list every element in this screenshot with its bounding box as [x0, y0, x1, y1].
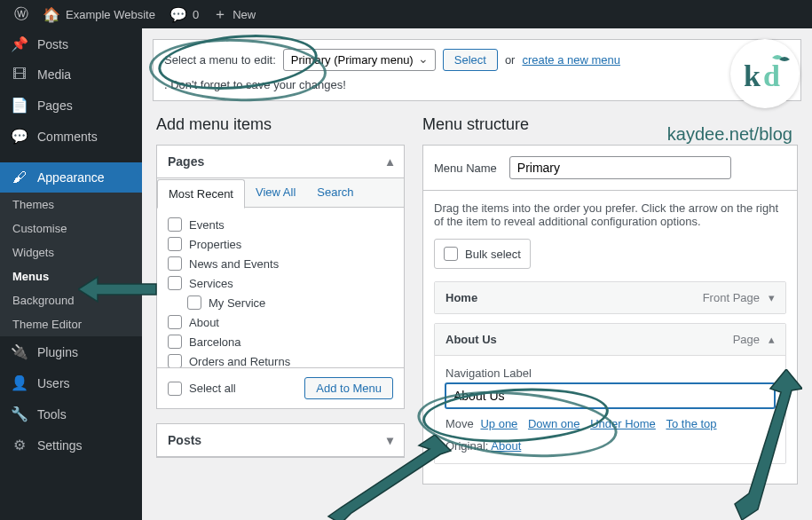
- page-label: Events: [189, 218, 225, 232]
- menu-item-title: About Us: [445, 333, 497, 346]
- sub-customise[interactable]: Customise: [0, 217, 142, 240]
- checkbox[interactable]: [168, 335, 182, 349]
- checkbox[interactable]: [187, 295, 201, 310]
- checkbox[interactable]: [168, 256, 182, 271]
- home-icon: 🏠: [43, 6, 60, 23]
- media-icon: 🎞: [11, 67, 28, 83]
- page-item[interactable]: Orders and Returns: [168, 351, 393, 367]
- new-label: New: [233, 8, 256, 21]
- comments-link[interactable]: 💬0: [162, 6, 206, 23]
- sidebar-label: Posts: [37, 37, 68, 51]
- move-up-link[interactable]: Up one: [480, 417, 517, 430]
- content-area: Select a menu to edit: Primary (Primary …: [142, 28, 812, 520]
- or-text: or: [505, 53, 516, 67]
- menu-select[interactable]: Primary (Primary menu): [283, 49, 436, 71]
- bulk-label: Bulk select: [465, 248, 521, 261]
- tab-most-recent[interactable]: Most Recent: [157, 179, 245, 209]
- page-label: About: [189, 316, 219, 329]
- sub-widgets[interactable]: Widgets: [0, 240, 142, 264]
- sidebar-label: Plugins: [37, 345, 78, 359]
- checkbox[interactable]: [168, 315, 182, 329]
- menu-instructions: Drag the items into the order you prefer…: [423, 191, 797, 239]
- sidebar-label: Settings: [37, 438, 83, 453]
- page-label: Barcelona: [189, 335, 241, 349]
- select-menu-label: Select a menu to edit:: [164, 53, 276, 67]
- posts-metabox: Posts ▾: [156, 423, 405, 458]
- site-link[interactable]: 🏠Example Website: [35, 6, 162, 23]
- page-item[interactable]: Events: [168, 215, 393, 234]
- pages-metabox: Pages ▴ Most Recent View All Search Even…: [156, 145, 405, 409]
- menu-item-home: Home Front Page▾: [434, 281, 786, 314]
- page-item-child[interactable]: My Service: [168, 293, 393, 312]
- sub-themes[interactable]: Themes: [0, 193, 142, 217]
- checkbox[interactable]: [168, 382, 182, 396]
- appearance-submenu: Themes Customise Widgets Menus Backgroun…: [0, 193, 142, 336]
- comments-count: 0: [193, 8, 199, 21]
- sidebar-item-users[interactable]: 👤Users: [0, 367, 142, 398]
- svg-text:d: d: [763, 59, 780, 92]
- checkbox[interactable]: [444, 247, 458, 261]
- page-item[interactable]: About: [168, 312, 393, 332]
- sidebar-item-settings[interactable]: ⚙Settings: [0, 429, 142, 461]
- sidebar-item-pages[interactable]: 📄Pages: [0, 90, 142, 121]
- move-row: Move Up one Down one Under Home To the t…: [445, 417, 775, 430]
- move-under-link[interactable]: Under Home: [590, 417, 656, 430]
- posts-header[interactable]: Posts ▾: [157, 424, 404, 457]
- page-item[interactable]: Properties: [168, 234, 393, 254]
- expand-icon: ▾: [387, 433, 393, 447]
- pages-title: Pages: [168, 154, 204, 169]
- sidebar-item-media[interactable]: 🎞Media: [0, 59, 142, 90]
- menu-item-settings: Navigation Label Move Up one Down one Un…: [435, 355, 785, 463]
- original-link[interactable]: About: [491, 439, 521, 453]
- sidebar-item-plugins[interactable]: 🔌Plugins: [0, 336, 142, 367]
- chevron-up-icon: ▴: [769, 333, 775, 346]
- sidebar-item-appearance[interactable]: 🖌Appearance: [0, 162, 142, 193]
- create-menu-link[interactable]: create a new menu: [522, 53, 620, 67]
- chevron-down-icon: ▾: [769, 291, 775, 304]
- tab-view-all[interactable]: View All: [245, 178, 306, 207]
- user-icon: 👤: [11, 374, 28, 391]
- add-to-menu-button[interactable]: Add to Menu: [304, 377, 393, 399]
- page-label: News and Events: [189, 257, 279, 271]
- page-label: My Service: [209, 296, 265, 310]
- nav-label-input[interactable]: [445, 383, 775, 408]
- comment-icon: 💬: [169, 6, 187, 23]
- bulk-select[interactable]: Bulk select: [434, 239, 531, 269]
- reminder-text: . Don't forget to save your changes!: [164, 78, 346, 91]
- menu-item-title: Home: [445, 291, 477, 304]
- checkbox[interactable]: [168, 217, 182, 232]
- page-item[interactable]: News and Events: [168, 254, 393, 273]
- checkbox[interactable]: [168, 354, 182, 367]
- sub-theme-editor[interactable]: Theme Editor: [0, 312, 142, 336]
- select-button[interactable]: Select: [443, 49, 498, 71]
- menu-item-bar[interactable]: About Us Page▴: [435, 324, 785, 355]
- brush-icon: 🖌: [11, 169, 28, 185]
- wp-logo[interactable]: ⓦ: [7, 5, 35, 24]
- page-label: Services: [189, 277, 233, 290]
- sidebar-item-comments[interactable]: 💬Comments: [0, 121, 142, 152]
- page-item[interactable]: Barcelona: [168, 332, 393, 351]
- move-top-link[interactable]: To the top: [666, 417, 716, 430]
- sidebar-label: Tools: [37, 407, 67, 422]
- tab-search[interactable]: Search: [306, 178, 364, 207]
- page-label: Properties: [189, 238, 241, 251]
- pages-icon: 📄: [11, 97, 28, 114]
- pages-header[interactable]: Pages ▴: [157, 146, 404, 178]
- sidebar-item-tools[interactable]: 🔧Tools: [0, 398, 142, 429]
- posts-title: Posts: [168, 433, 201, 447]
- pages-checklist[interactable]: Events Properties News and Events Servic…: [157, 208, 404, 367]
- sidebar-item-posts[interactable]: 📌Posts: [0, 28, 142, 59]
- checkbox[interactable]: [168, 237, 182, 251]
- sub-menus[interactable]: Menus: [0, 264, 142, 288]
- menu-name-input[interactable]: [509, 156, 731, 179]
- menu-item-bar[interactable]: Home Front Page▾: [435, 282, 785, 313]
- kd-logo-badge: kd: [730, 39, 800, 108]
- wordpress-icon: ⓦ: [14, 5, 28, 24]
- sub-background[interactable]: Background: [0, 288, 142, 312]
- select-all[interactable]: Select all: [168, 379, 236, 398]
- checkbox[interactable]: [168, 276, 182, 290]
- page-item[interactable]: Services: [168, 273, 393, 293]
- new-link[interactable]: ＋New: [206, 5, 263, 24]
- move-down-link[interactable]: Down one: [528, 417, 580, 430]
- sidebar-label: Media: [37, 67, 71, 82]
